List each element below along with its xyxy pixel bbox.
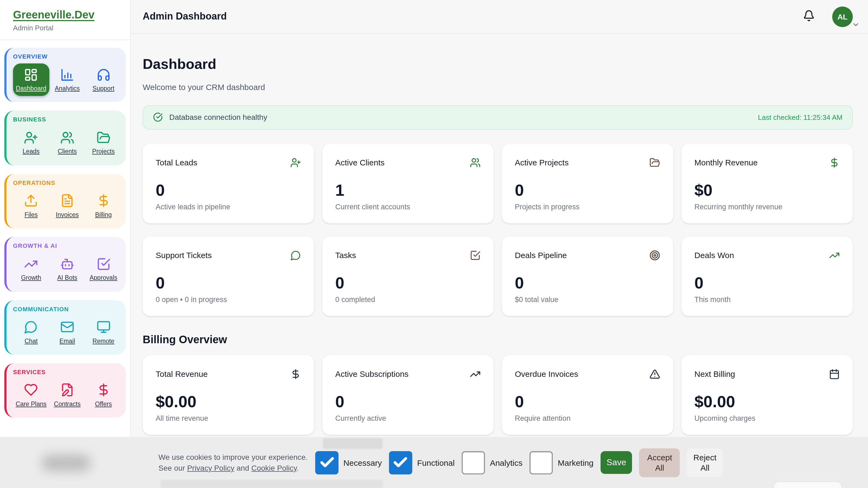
- headphones-icon: [96, 67, 111, 82]
- stat-card-next-billing: Next Billing$0.00Upcoming charges: [681, 355, 853, 435]
- cookie-option-necessary: Necessary: [315, 451, 382, 474]
- stat-card-title: Overdue Invoices: [515, 369, 578, 379]
- blurred-footer-text: [42, 455, 90, 470]
- checkbox-label: Functional: [417, 458, 455, 467]
- save-button[interactable]: Save: [600, 451, 632, 474]
- cookie-policy-link[interactable]: Cookie Policy: [251, 464, 297, 472]
- header-title: Admin Dashboard: [143, 11, 227, 22]
- stats-grid: Total Leads0Active leads in pipelineActi…: [143, 144, 853, 316]
- checkbox-checked[interactable]: [315, 451, 339, 474]
- triangle-alert-icon: [649, 369, 660, 380]
- cookie-option-functional: Functional: [389, 451, 455, 474]
- stat-card-title: Support Tickets: [156, 251, 212, 260]
- stat-card-subtext: Currently active: [335, 414, 480, 422]
- stat-card-subtext: Upcoming charges: [694, 414, 840, 422]
- sidebar-item-email[interactable]: Email: [49, 316, 85, 349]
- file-pen-icon: [60, 383, 74, 397]
- stat-card-value: 0: [335, 275, 480, 291]
- stat-card-support-tickets: Support Tickets00 open • 0 in progress: [143, 236, 314, 316]
- trending-up-icon: [470, 369, 480, 380]
- db-last-checked: Last checked: 11:25:34 AM: [758, 113, 842, 122]
- nav-group-title: OVERVIEW: [13, 53, 122, 60]
- reject-all-button[interactable]: Reject All: [687, 448, 723, 477]
- sidebar-item-support[interactable]: Support: [86, 63, 122, 96]
- stat-card-deals-won: Deals Won0This month: [681, 236, 853, 316]
- stat-card-value: $0.00: [156, 394, 301, 410]
- sidebar-item-offers[interactable]: Offers: [86, 379, 122, 412]
- sidebar-item-leads[interactable]: Leads: [13, 127, 49, 159]
- sidebar-item-remote[interactable]: Remote: [86, 316, 122, 349]
- sidebar-item-approvals[interactable]: Approvals: [86, 253, 122, 286]
- sidebar-item-files[interactable]: Files: [13, 190, 49, 223]
- stat-card-subtext: Active leads in pipeline: [156, 203, 301, 211]
- sidebar-logo-block: Greeneville.Dev Admin Portal: [0, 0, 130, 40]
- chevron-down-icon: [852, 20, 860, 29]
- layout-dashboard-icon: [24, 67, 38, 82]
- checkbox-checked[interactable]: [389, 451, 412, 474]
- background-card-corner: [774, 482, 841, 488]
- notifications-button[interactable]: [803, 10, 815, 23]
- nav-group-title: COMMUNICATION: [13, 305, 122, 312]
- sidebar-item-contracts[interactable]: Contracts: [49, 379, 85, 412]
- stat-card-title: Next Billing: [694, 369, 735, 379]
- monitor-icon: [96, 320, 111, 334]
- sidebar-item-label: Care Plans: [16, 400, 46, 408]
- stat-card-subtext: This month: [694, 295, 840, 304]
- sidebar-item-analytics[interactable]: Analytics: [49, 63, 85, 96]
- nav-group-title: OPERATIONS: [13, 180, 122, 186]
- privacy-policy-link[interactable]: Privacy Policy: [187, 464, 235, 472]
- nav-group-title: BUSINESS: [13, 116, 122, 123]
- message-circle-icon: [290, 250, 301, 261]
- sidebar-item-growth[interactable]: Growth: [13, 253, 49, 286]
- stat-card-value: 1: [335, 182, 480, 198]
- heart-icon: [24, 383, 38, 397]
- avatar[interactable]: AL: [832, 6, 853, 27]
- nav-group-services: SERVICESCare PlansContractsOffers: [4, 363, 126, 418]
- sidebar-item-ai-bots[interactable]: AI Bots: [49, 253, 85, 286]
- cookie-banner: We use cookies to improve your experienc…: [0, 437, 868, 488]
- bot-icon: [60, 257, 74, 271]
- header-actions: AL: [803, 6, 853, 27]
- sidebar-item-billing[interactable]: Billing: [86, 190, 122, 223]
- stat-card-total-revenue: Total Revenue$0.00All time revenue: [143, 355, 314, 435]
- nav-group-communication: COMMUNICATIONChatEmailRemote: [4, 300, 126, 355]
- sidebar-item-label: Leads: [23, 148, 40, 156]
- sidebar-item-label: Chat: [24, 337, 38, 345]
- stat-card-title: Active Clients: [335, 158, 384, 167]
- dollar-sign-icon: [829, 157, 840, 168]
- cookie-option-analytics: Analytics: [462, 451, 522, 474]
- db-status-banner: Database connection healthy Last checked…: [143, 105, 853, 130]
- nav-group-operations: OPERATIONSFilesInvoicesBilling: [4, 174, 126, 229]
- sidebar-item-invoices[interactable]: Invoices: [49, 190, 85, 223]
- target-icon: [649, 250, 660, 261]
- stat-card-title: Deals Won: [694, 251, 734, 260]
- dollar-sign-icon: [96, 383, 111, 397]
- logo-subtitle: Admin Portal: [13, 24, 117, 32]
- square-check-icon: [96, 257, 111, 271]
- sidebar-item-dashboard[interactable]: Dashboard: [13, 63, 49, 96]
- checkbox-unchecked[interactable]: [529, 451, 553, 474]
- user-menu[interactable]: AL: [832, 6, 853, 27]
- sidebar-item-label: Contracts: [54, 400, 81, 408]
- stat-card-active-projects: Active Projects0Projects in progress: [502, 144, 673, 223]
- stat-card-subtext: All time revenue: [156, 414, 301, 422]
- sidebar-item-care-plans[interactable]: Care Plans: [13, 379, 49, 412]
- logo-link[interactable]: Greeneville.Dev: [13, 9, 94, 21]
- sidebar-item-chat[interactable]: Chat: [13, 316, 49, 349]
- stat-card-value: 0: [515, 182, 660, 198]
- sidebar-item-label: Dashboard: [16, 85, 46, 93]
- users-icon: [60, 130, 74, 145]
- sidebar-item-label: Billing: [95, 211, 112, 219]
- sidebar-item-label: Files: [24, 211, 38, 219]
- stat-card-value: 0: [156, 275, 301, 291]
- sidebar-item-projects[interactable]: Projects: [86, 127, 122, 159]
- accept-all-button[interactable]: Accept All: [639, 448, 680, 477]
- upload-icon: [24, 194, 38, 208]
- checkbox-unchecked[interactable]: [462, 451, 485, 474]
- sidebar-item-clients[interactable]: Clients: [49, 127, 85, 159]
- stat-card-subtext: Current client accounts: [335, 203, 480, 211]
- sidebar-item-label: Support: [93, 85, 115, 93]
- stat-card-title: Monthly Revenue: [694, 158, 757, 167]
- nav-group-growth-ai: GROWTH & AIGrowthAI BotsApprovals: [4, 237, 126, 291]
- stat-card-monthly-revenue: Monthly Revenue$0Recurring monthly reven…: [681, 144, 853, 223]
